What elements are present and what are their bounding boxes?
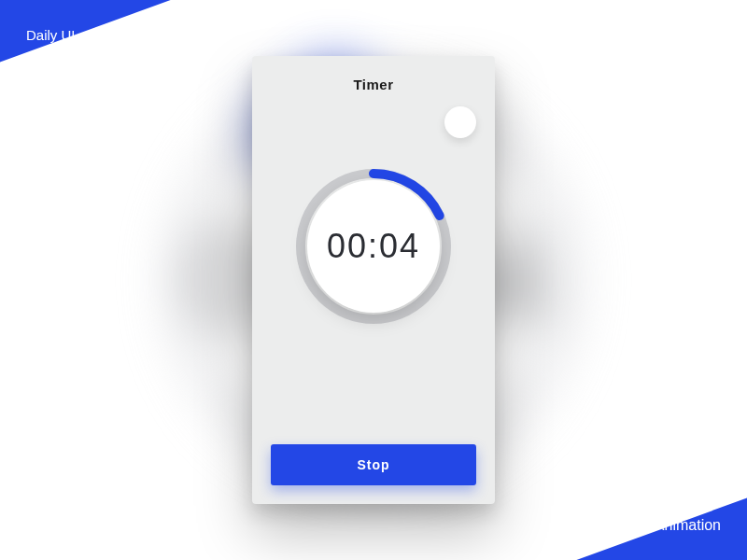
stop-button-label: Stop — [357, 457, 389, 472]
header-block: Daily UI #014 Countdown Timer — [26, 22, 137, 105]
header-line-1: Daily UI — [26, 22, 137, 49]
phone-card: Timer 00:04 Stop — [252, 56, 495, 504]
stop-button[interactable]: Stop — [271, 444, 476, 485]
theme-value: Adobe XD Auto Animation — [549, 511, 721, 539]
menu-button[interactable] — [444, 106, 476, 138]
timer-face: 00:04 — [307, 180, 440, 313]
footer-block: theme: Adobe XD Auto Animation — [549, 486, 721, 539]
phone-title: Timer — [353, 77, 393, 92]
countdown-ring: 00:04 — [294, 167, 453, 326]
timer-time-display: 00:04 — [327, 227, 420, 266]
header-line-2: #014 — [26, 49, 137, 75]
header-line-3: Countdown Timer — [26, 79, 137, 105]
canvas: 00:04 Daily UI #014 Countdown Timer Time… — [0, 0, 747, 560]
theme-label: theme: — [549, 486, 721, 510]
